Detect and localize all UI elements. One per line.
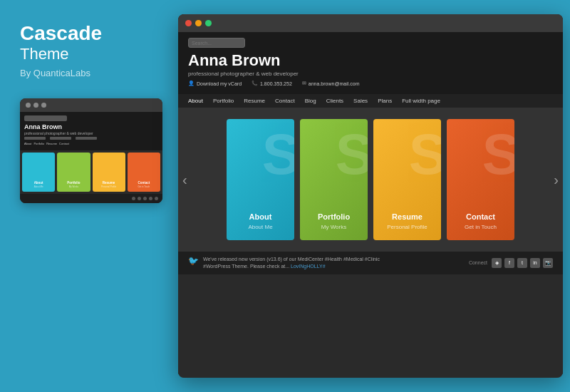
small-search-row [24,115,158,121]
small-card-resume: Resume Personal Profile [93,153,125,192]
small-site-desc: professional photographer & web develope… [24,131,158,135]
nav-about[interactable]: About [188,98,203,104]
small-footer-dot-2 [138,197,141,200]
hero-section: ‹ S About About Me S Portfolio My Works … [178,108,563,252]
rss-icon[interactable]: ◈ [492,258,502,268]
small-footer-dot-4 [149,197,152,200]
nav-clients[interactable]: Clients [326,98,343,104]
facebook-icon[interactable]: f [504,258,514,268]
site-search-input[interactable] [188,38,245,48]
card-contact-watermark: S [482,126,514,183]
nav-sales[interactable]: Sales [353,98,368,104]
nav-plans[interactable]: Plans [378,98,392,104]
site-desc: professional photographer & web develope… [188,71,553,77]
small-browser-content: Anna Brown professional photographer & w… [20,112,162,203]
small-cards-container: About About Me Portfolio My Works Resume… [20,150,162,194]
small-card-portfolio-sub: My Works [69,185,78,188]
email-icon: ✉ [302,81,306,86]
nav-contact[interactable]: Contact [275,98,295,104]
photo-icon[interactable]: 📷 [543,258,553,268]
next-arrow[interactable]: › [554,172,559,188]
small-dot-1 [26,103,31,108]
small-nav-portfolio: Portfolio [33,142,44,145]
tweet-text: We've released new version (v13.6) of ou… [203,256,388,270]
site-meta-email: ✉ anna.brown@mail.com [302,81,360,86]
card-contact-sub: Get in Touch [465,224,497,230]
email-text: anna.brown@mail.com [309,81,360,86]
left-panel: Cascade Theme By QuanticaLabs Anna Brown… [0,0,175,392]
small-search-box [24,115,67,121]
small-nav-resume: Resume [46,142,57,145]
card-portfolio[interactable]: S Portfolio My Works [300,119,368,240]
site-meta-vcard: 👤 Download my vCard [188,81,242,86]
large-browser-bar [178,14,563,32]
card-portfolio-sub: My Works [321,224,346,230]
theme-title: Cascade [20,23,155,45]
prev-arrow[interactable]: ‹ [182,172,187,188]
small-site-name: Anna Brown [24,123,158,130]
small-card-contact: Contact Get in Touch [128,153,160,192]
card-portfolio-label: Portfolio [318,212,350,221]
small-card-portfolio: Portfolio My Works [57,153,90,192]
linkedin-icon[interactable]: in [530,258,540,268]
connect-label: Connect [469,260,487,265]
large-browser-mockup: Anna Brown professional photographer & w… [178,14,563,378]
small-card-resume-sub: Personal Profile [101,185,116,188]
site-search-row [188,38,553,48]
nav-fullwidth[interactable]: Full width page [402,98,440,104]
connect-icons: ◈ f t in 📷 [492,258,553,268]
nav-blog[interactable]: Blog [305,98,316,104]
small-browser-mockup: Anna Brown professional photographer & w… [20,98,162,203]
footer-tweet: 🐦 We've released new version (v13.6) of … [188,256,469,270]
card-resume-watermark: S [409,126,441,183]
card-portfolio-watermark: S [336,126,368,183]
site-meta: 👤 Download my vCard 📞 1.800.353.252 ✉ an… [188,81,553,86]
small-meta-1 [24,137,46,140]
site-header: Anna Brown professional photographer & w… [178,32,563,94]
theme-by: By QuanticaLabs [20,68,155,78]
small-browser-bar [20,98,162,112]
nav-resume[interactable]: Resume [244,98,265,104]
small-card-resume-label: Resume [103,181,115,185]
vcard-icon: 👤 [188,81,195,86]
large-browser-content: Anna Brown professional photographer & w… [178,32,563,374]
small-card-about-sub: About Me [34,185,43,188]
card-about[interactable]: S About About Me [227,119,294,240]
small-meta-2 [50,137,71,140]
small-nav-contact: Contact [59,142,69,145]
site-nav: About Portfolio Resume Contact Blog Clie… [178,94,563,108]
site-footer: 🐦 We've released new version (v13.6) of … [178,252,563,274]
card-contact-label: Contact [466,212,495,221]
small-dot-2 [33,103,38,108]
card-contact[interactable]: S Contact Get in Touch [447,119,514,240]
nav-portfolio[interactable]: Portfolio [213,98,234,104]
large-dot-green [205,20,212,26]
small-footer-dot-3 [143,197,147,200]
small-nav: About Portfolio Resume Contact [24,142,158,145]
twitter-icon: 🐦 [188,256,199,266]
small-meta-row [24,137,158,140]
small-footer [20,194,162,203]
cards-container: S About About Me S Portfolio My Works S … [227,119,514,240]
small-meta-3 [76,137,97,140]
site-name: Anna Brown [188,51,553,70]
small-dot-3 [41,103,46,108]
theme-subtitle: Theme [20,45,155,63]
card-resume[interactable]: S Resume Personal Profile [373,119,441,240]
small-footer-dot-1 [132,197,135,200]
twitter-connect-icon[interactable]: t [517,258,527,268]
small-footer-dot-5 [155,197,158,200]
vcard-text: Download my vCard [197,81,242,86]
small-card-about-label: About [34,181,43,185]
footer-connect: Connect ◈ f t in 📷 [469,258,553,268]
card-about-label: About [249,212,272,221]
card-about-watermark: S [262,126,294,183]
card-about-sub: About Me [248,224,272,230]
tweet-link[interactable]: LovINgHOLLY# [291,264,326,269]
site-meta-phone: 📞 1.800.353.252 [252,81,292,86]
small-card-contact-label: Contact [138,181,150,185]
card-resume-label: Resume [392,212,423,221]
card-resume-sub: Personal Profile [387,224,427,230]
large-dot-red [185,20,192,26]
phone-text: 1.800.353.252 [260,81,292,86]
